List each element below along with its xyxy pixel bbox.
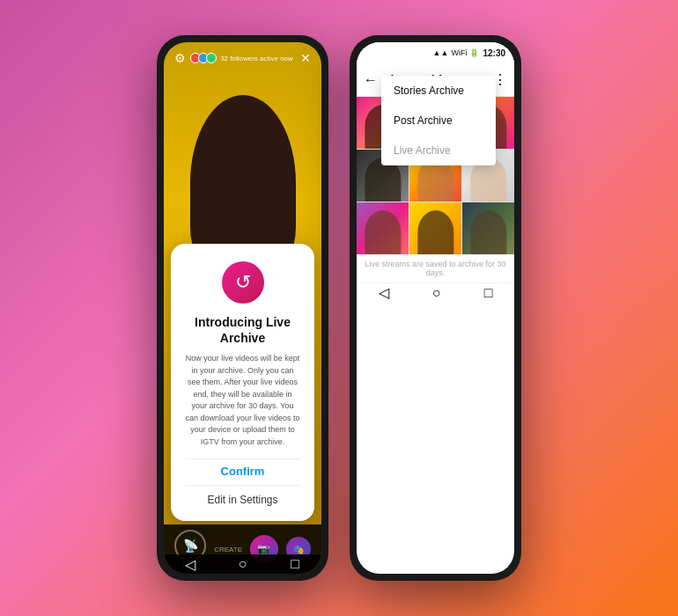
settings-icon[interactable]: ⚙ (174, 51, 186, 65)
status-icons: ▲▲ WiFi 🔋 (433, 48, 480, 57)
phone1-sys-nav: ◁ ○ □ (164, 554, 321, 574)
footer-text: Live streams are saved to archive for 30… (365, 260, 505, 277)
person-shape-7 (365, 210, 401, 254)
modal-icon: ↺ (222, 261, 264, 304)
back-button[interactable]: ← (364, 72, 378, 88)
dropdown-live-archive[interactable]: Live Archive (381, 136, 496, 165)
followers-text: 32 followers active now (220, 55, 293, 62)
modal-divider-top (185, 458, 300, 459)
grid-cell-8[interactable] (409, 202, 461, 254)
followers-badge: 32 followers active now (193, 53, 293, 63)
phone-1-screen: ⚙ 32 followers active now ✕ ↺ (164, 42, 321, 574)
sys2-home-button[interactable]: ○ (432, 285, 441, 301)
create-label: CREATE (214, 546, 242, 554)
archive-dropdown: Stories Archive Post Archive Live Archiv… (381, 76, 496, 165)
phone2-status-bar: ▲▲ WiFi 🔋 12:30 (357, 42, 514, 63)
person-shape-9 (470, 210, 506, 254)
signal-icon: ▲▲ (433, 48, 449, 57)
phone-1: ⚙ 32 followers active now ✕ ↺ (157, 35, 328, 581)
confirm-button[interactable]: Confirm (185, 465, 300, 478)
grid-cell-9[interactable] (462, 202, 514, 254)
sys2-recent-button[interactable]: □ (484, 285, 493, 301)
phone1-top-bar: ⚙ 32 followers active now ✕ (164, 42, 321, 74)
person-shape-8 (417, 210, 453, 254)
wifi-icon: WiFi (451, 48, 467, 57)
phone-2-screen: ▲▲ WiFi 🔋 12:30 ← Live Archive ▾ ⋮ Stori… (357, 42, 514, 574)
edit-settings-button[interactable]: Edit in Settings (207, 494, 277, 506)
status-time: 12:30 (483, 48, 505, 58)
phone-2: ▲▲ WiFi 🔋 12:30 ← Live Archive ▾ ⋮ Stori… (350, 35, 521, 581)
sys-home-button[interactable]: ○ (236, 558, 248, 570)
phone2-footer: Live streams are saved to archive for 30… (357, 254, 514, 282)
modal-title: Introducing Live Archive (185, 314, 300, 346)
phone2-sys-nav: ◁ ○ □ (357, 282, 514, 302)
live-archive-modal: ↺ Introducing Live Archive Now your live… (171, 244, 314, 521)
sys-back-button[interactable]: ◁ (184, 558, 196, 570)
sys2-back-button[interactable]: ◁ (379, 284, 389, 301)
close-icon[interactable]: ✕ (300, 51, 311, 65)
battery-icon: 🔋 (469, 48, 479, 57)
dropdown-post-archive[interactable]: Post Archive (381, 106, 496, 136)
sys-recent-button[interactable]: □ (289, 558, 301, 570)
nav-create[interactable]: CREATE (214, 546, 242, 554)
follower-avatars (193, 53, 217, 63)
phones-container: ⚙ 32 followers active now ✕ ↺ (157, 35, 521, 581)
modal-body: Now your live videos will be kept in you… (185, 353, 300, 448)
follower-dot-3 (206, 53, 217, 63)
replay-icon: ↺ (235, 271, 251, 294)
grid-cell-7[interactable] (357, 202, 409, 254)
modal-divider-bottom (185, 485, 300, 486)
dropdown-stories-archive[interactable]: Stories Archive (381, 76, 496, 106)
